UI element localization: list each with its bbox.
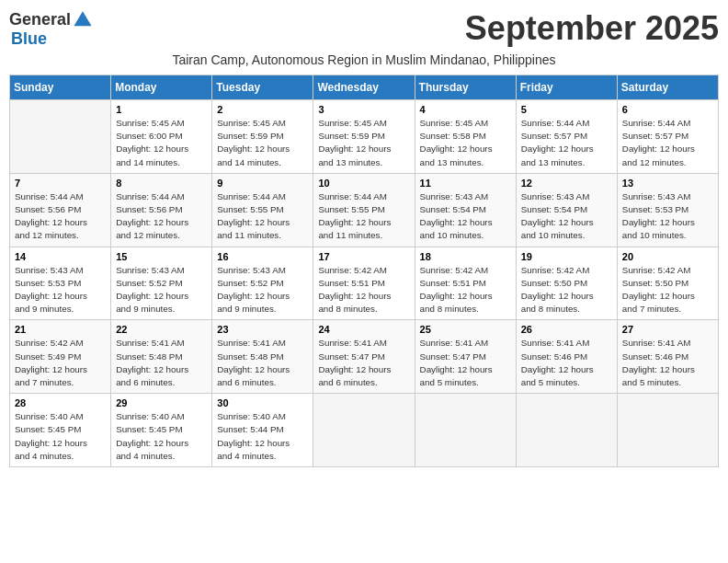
day-number: 12 (521, 178, 612, 189)
calendar-day-header: Wednesday (313, 75, 415, 100)
day-number: 27 (622, 324, 713, 335)
calendar-day-header: Saturday (617, 75, 718, 100)
day-info: Sunrise: 5:44 AMSunset: 5:55 PMDaylight:… (318, 191, 391, 241)
calendar-day-header: Sunday (10, 75, 111, 100)
calendar-cell: 2Sunrise: 5:45 AMSunset: 5:59 PMDaylight… (212, 100, 313, 174)
calendar-table: SundayMondayTuesdayWednesdayThursdayFrid… (9, 75, 719, 467)
calendar-cell: 12Sunrise: 5:43 AMSunset: 5:54 PMDayligh… (516, 173, 617, 247)
calendar-cell: 4Sunrise: 5:45 AMSunset: 5:58 PMDaylight… (415, 100, 516, 174)
page-header: General Blue September 2025 (9, 9, 719, 49)
day-number: 8 (116, 178, 207, 189)
calendar-cell: 5Sunrise: 5:44 AMSunset: 5:57 PMDaylight… (516, 100, 617, 174)
month-title: September 2025 (465, 9, 719, 48)
day-number: 6 (622, 104, 713, 115)
calendar-day-header: Thursday (415, 75, 516, 100)
day-number: 11 (420, 178, 511, 189)
calendar-cell: 23Sunrise: 5:41 AMSunset: 5:48 PMDayligh… (212, 320, 313, 394)
svg-marker-0 (74, 11, 92, 26)
logo-icon (73, 9, 93, 29)
day-info: Sunrise: 5:42 AMSunset: 5:50 PMDaylight:… (521, 265, 594, 315)
calendar-day-header: Friday (516, 75, 617, 100)
calendar-cell: 3Sunrise: 5:45 AMSunset: 5:59 PMDaylight… (313, 100, 415, 174)
day-number: 17 (318, 251, 409, 262)
day-info: Sunrise: 5:45 AMSunset: 5:58 PMDaylight:… (420, 118, 493, 167)
calendar-cell: 9Sunrise: 5:44 AMSunset: 5:55 PMDaylight… (212, 173, 313, 247)
calendar-cell: 10Sunrise: 5:44 AMSunset: 5:55 PMDayligh… (313, 173, 415, 247)
calendar-cell: 14Sunrise: 5:43 AMSunset: 5:53 PMDayligh… (10, 247, 111, 320)
calendar-cell (415, 394, 516, 467)
calendar-cell: 6Sunrise: 5:44 AMSunset: 5:57 PMDaylight… (617, 100, 718, 174)
calendar-cell: 8Sunrise: 5:44 AMSunset: 5:56 PMDaylight… (111, 173, 212, 247)
calendar-cell: 22Sunrise: 5:41 AMSunset: 5:48 PMDayligh… (111, 320, 212, 394)
day-number: 7 (15, 178, 106, 189)
calendar-cell: 21Sunrise: 5:42 AMSunset: 5:49 PMDayligh… (10, 320, 111, 394)
logo: General Blue (9, 9, 93, 49)
day-number: 25 (420, 324, 511, 335)
logo-blue: Blue (11, 29, 47, 49)
day-info: Sunrise: 5:41 AMSunset: 5:47 PMDaylight:… (420, 338, 493, 387)
day-info: Sunrise: 5:40 AMSunset: 5:45 PMDaylight:… (116, 411, 188, 461)
day-number: 4 (420, 104, 511, 115)
day-number: 21 (15, 324, 106, 335)
day-number: 20 (622, 251, 713, 262)
calendar-cell: 18Sunrise: 5:42 AMSunset: 5:51 PMDayligh… (415, 247, 516, 320)
day-number: 5 (521, 104, 612, 115)
day-number: 1 (116, 104, 207, 115)
day-info: Sunrise: 5:43 AMSunset: 5:54 PMDaylight:… (420, 191, 493, 241)
day-info: Sunrise: 5:40 AMSunset: 5:44 PMDaylight:… (217, 411, 290, 461)
calendar-cell: 29Sunrise: 5:40 AMSunset: 5:45 PMDayligh… (111, 394, 212, 467)
calendar-day-header: Monday (111, 75, 212, 100)
day-info: Sunrise: 5:44 AMSunset: 5:55 PMDaylight:… (217, 191, 290, 241)
day-number: 24 (318, 324, 409, 335)
calendar-cell: 25Sunrise: 5:41 AMSunset: 5:47 PMDayligh… (415, 320, 516, 394)
day-info: Sunrise: 5:45 AMSunset: 5:59 PMDaylight:… (217, 118, 290, 167)
day-number: 3 (318, 104, 409, 115)
calendar-cell (10, 100, 111, 174)
day-number: 10 (318, 178, 409, 189)
day-info: Sunrise: 5:43 AMSunset: 5:52 PMDaylight:… (217, 265, 290, 315)
day-number: 22 (116, 324, 207, 335)
calendar-cell: 17Sunrise: 5:42 AMSunset: 5:51 PMDayligh… (313, 247, 415, 320)
calendar-cell: 15Sunrise: 5:43 AMSunset: 5:52 PMDayligh… (111, 247, 212, 320)
day-number: 14 (15, 251, 106, 262)
day-info: Sunrise: 5:43 AMSunset: 5:53 PMDaylight:… (622, 191, 695, 241)
day-info: Sunrise: 5:45 AMSunset: 6:00 PMDaylight:… (116, 118, 188, 167)
calendar-cell: 26Sunrise: 5:41 AMSunset: 5:46 PMDayligh… (516, 320, 617, 394)
day-number: 29 (116, 397, 207, 408)
day-info: Sunrise: 5:44 AMSunset: 5:56 PMDaylight:… (15, 191, 87, 241)
calendar-cell (617, 394, 718, 467)
day-number: 2 (217, 104, 308, 115)
day-info: Sunrise: 5:41 AMSunset: 5:47 PMDaylight:… (318, 338, 391, 387)
day-info: Sunrise: 5:43 AMSunset: 5:52 PMDaylight:… (116, 265, 188, 315)
day-info: Sunrise: 5:41 AMSunset: 5:48 PMDaylight:… (116, 338, 188, 387)
calendar-cell: 16Sunrise: 5:43 AMSunset: 5:52 PMDayligh… (212, 247, 313, 320)
day-info: Sunrise: 5:42 AMSunset: 5:51 PMDaylight:… (318, 265, 391, 315)
day-info: Sunrise: 5:44 AMSunset: 5:56 PMDaylight:… (116, 191, 188, 241)
day-info: Sunrise: 5:42 AMSunset: 5:51 PMDaylight:… (420, 265, 493, 315)
day-number: 13 (622, 178, 713, 189)
calendar-cell: 1Sunrise: 5:45 AMSunset: 6:00 PMDaylight… (111, 100, 212, 174)
day-number: 15 (116, 251, 207, 262)
day-number: 18 (420, 251, 511, 262)
calendar-cell: 11Sunrise: 5:43 AMSunset: 5:54 PMDayligh… (415, 173, 516, 247)
calendar-cell: 20Sunrise: 5:42 AMSunset: 5:50 PMDayligh… (617, 247, 718, 320)
day-number: 23 (217, 324, 308, 335)
day-info: Sunrise: 5:43 AMSunset: 5:53 PMDaylight:… (15, 265, 87, 315)
day-info: Sunrise: 5:43 AMSunset: 5:54 PMDaylight:… (521, 191, 594, 241)
calendar-cell: 28Sunrise: 5:40 AMSunset: 5:45 PMDayligh… (10, 394, 111, 467)
calendar-cell (313, 394, 415, 467)
day-number: 16 (217, 251, 308, 262)
day-info: Sunrise: 5:41 AMSunset: 5:46 PMDaylight:… (521, 338, 594, 387)
day-info: Sunrise: 5:41 AMSunset: 5:46 PMDaylight:… (622, 338, 695, 387)
calendar-cell: 7Sunrise: 5:44 AMSunset: 5:56 PMDaylight… (10, 173, 111, 247)
calendar-cell: 30Sunrise: 5:40 AMSunset: 5:44 PMDayligh… (212, 394, 313, 467)
day-info: Sunrise: 5:41 AMSunset: 5:48 PMDaylight:… (217, 338, 290, 387)
calendar-cell: 24Sunrise: 5:41 AMSunset: 5:47 PMDayligh… (313, 320, 415, 394)
day-info: Sunrise: 5:45 AMSunset: 5:59 PMDaylight:… (318, 118, 391, 167)
calendar-cell: 13Sunrise: 5:43 AMSunset: 5:53 PMDayligh… (617, 173, 718, 247)
day-number: 26 (521, 324, 612, 335)
day-info: Sunrise: 5:42 AMSunset: 5:50 PMDaylight:… (622, 265, 695, 315)
day-number: 19 (521, 251, 612, 262)
day-info: Sunrise: 5:40 AMSunset: 5:45 PMDaylight:… (15, 411, 87, 461)
subtitle: Tairan Camp, Autonomous Region in Muslim… (9, 52, 719, 67)
